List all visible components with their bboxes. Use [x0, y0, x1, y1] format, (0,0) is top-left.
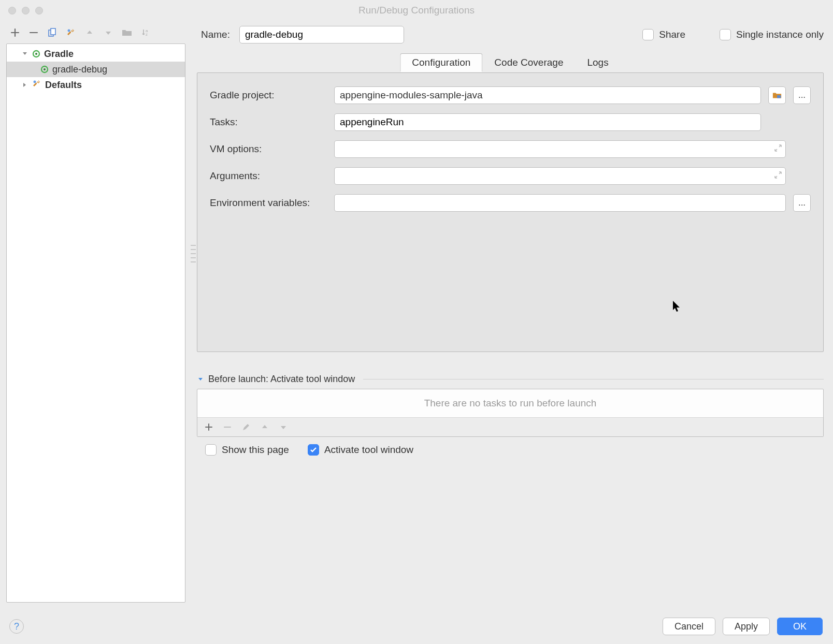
help-button[interactable]: ? — [9, 619, 24, 634]
tasks-input[interactable] — [334, 113, 761, 131]
remove-configuration-button[interactable] — [28, 27, 39, 38]
divider — [363, 379, 824, 379]
ok-button[interactable]: OK — [777, 618, 823, 635]
gradle-project-label: Gradle project: — [210, 90, 334, 101]
cursor-icon — [672, 300, 682, 316]
gradle-icon — [32, 49, 41, 58]
arguments-label: Arguments: — [210, 170, 334, 182]
sidebar-toolbar: az — [6, 25, 185, 43]
disclosure-right-icon — [21, 81, 28, 89]
svg-rect-10 — [777, 95, 781, 98]
tab-configuration[interactable]: Configuration — [400, 53, 482, 72]
move-up-button[interactable] — [84, 27, 95, 38]
tree-node-gradle-debug[interactable]: gradle-debug — [7, 62, 185, 77]
svg-point-8 — [44, 68, 46, 70]
gradle-icon — [40, 65, 49, 74]
footer: ? Cancel Apply OK — [0, 609, 833, 644]
disclosure-down-icon — [197, 376, 204, 383]
svg-point-6 — [35, 53, 37, 55]
single-instance-label: Single instance only — [736, 29, 824, 40]
sort-button[interactable]: az — [140, 27, 151, 38]
tree-node-defaults[interactable]: Defaults — [7, 77, 185, 93]
bl-move-down-button[interactable] — [278, 422, 289, 432]
main-panel: Name: Share Single instance only Configu… — [192, 21, 833, 609]
tree-node-gradle[interactable]: Gradle — [7, 46, 185, 62]
tab-logs[interactable]: Logs — [575, 53, 620, 72]
disclosure-down-icon — [21, 50, 28, 57]
name-label: Name: — [201, 29, 230, 40]
move-down-button[interactable] — [103, 27, 114, 38]
gradle-project-ellipsis-button[interactable]: ... — [793, 86, 811, 104]
configuration-tree[interactable]: Gradle gradle-debug Defaults — [6, 43, 185, 603]
env-vars-label: Environment variables: — [210, 197, 334, 209]
tree-label: Defaults — [45, 80, 82, 91]
bl-remove-button[interactable] — [222, 422, 233, 432]
share-checkbox[interactable] — [642, 29, 654, 40]
activate-tool-window-checkbox-row[interactable]: Activate tool window — [308, 444, 413, 456]
vm-options-input[interactable] — [334, 140, 786, 158]
titlebar: Run/Debug Configurations — [0, 0, 833, 21]
tree-label: gradle-debug — [52, 64, 107, 75]
window-title: Run/Debug Configurations — [0, 5, 833, 16]
add-configuration-button[interactable] — [9, 27, 21, 38]
show-this-page-checkbox[interactable] — [205, 444, 217, 456]
tasks-label: Tasks: — [210, 116, 334, 128]
split-resize-handle[interactable] — [191, 243, 196, 264]
before-launch-title: Before launch: Activate tool window — [208, 374, 355, 385]
tabs: Configuration Code Coverage Logs — [400, 53, 620, 71]
env-vars-ellipsis-button[interactable]: ... — [793, 194, 811, 212]
before-launch-header[interactable]: Before launch: Activate tool window — [197, 374, 824, 385]
env-vars-input[interactable] — [334, 194, 786, 212]
tab-code-coverage[interactable]: Code Coverage — [482, 53, 575, 72]
svg-point-2 — [68, 30, 70, 32]
arguments-input[interactable] — [334, 167, 786, 185]
single-instance-checkbox-row[interactable]: Single instance only — [720, 29, 824, 40]
svg-text:z: z — [146, 32, 148, 37]
edit-defaults-button[interactable] — [65, 27, 77, 38]
configuration-panel: Gradle project: ... Tasks: VM options: — [197, 72, 824, 352]
before-launch-toolbar — [197, 417, 823, 436]
show-this-page-checkbox-row[interactable]: Show this page — [205, 444, 289, 456]
svg-point-9 — [34, 80, 36, 83]
cancel-button[interactable]: Cancel — [663, 618, 715, 635]
before-launch-box: There are no tasks to run before launch — [197, 389, 824, 437]
expand-icon[interactable] — [774, 144, 782, 154]
bl-add-button[interactable] — [204, 422, 214, 432]
bl-move-up-button[interactable] — [260, 422, 270, 432]
apply-button[interactable]: Apply — [723, 618, 770, 635]
activate-tool-window-checkbox[interactable] — [308, 444, 319, 456]
folder-button[interactable] — [121, 27, 133, 38]
svg-rect-1 — [51, 28, 55, 35]
wrench-icon — [32, 79, 42, 92]
expand-icon[interactable] — [774, 171, 782, 181]
single-instance-checkbox[interactable] — [720, 29, 731, 40]
share-label: Share — [659, 29, 685, 40]
gradle-project-input[interactable] — [334, 86, 761, 104]
vm-options-label: VM options: — [210, 143, 334, 155]
gradle-project-browse-button[interactable] — [768, 86, 786, 104]
share-checkbox-row[interactable]: Share — [642, 29, 685, 40]
bl-edit-button[interactable] — [241, 422, 251, 432]
show-this-page-label: Show this page — [222, 444, 289, 456]
activate-tool-window-label: Activate tool window — [324, 444, 413, 456]
copy-configuration-button[interactable] — [47, 27, 58, 38]
tree-label: Gradle — [44, 49, 74, 60]
name-input[interactable] — [239, 26, 404, 43]
before-launch-empty: There are no tasks to run before launch — [197, 389, 823, 417]
sidebar: az Gradle gradle-debug — [0, 21, 192, 609]
